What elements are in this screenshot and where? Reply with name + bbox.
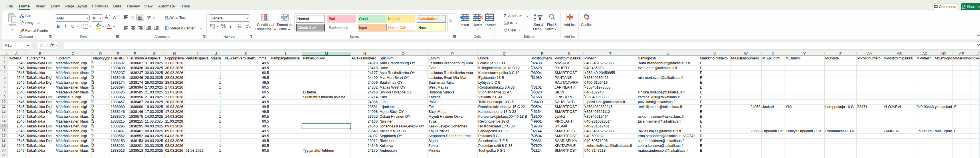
svg-text:ab: ab — [147, 16, 150, 19]
svg-text:.00: .00 — [237, 25, 241, 28]
svg-text:A: A — [534, 13, 536, 17]
svg-text:.0: .0 — [249, 26, 251, 29]
svg-text:c: c — [165, 18, 167, 21]
svg-text:Z: Z — [534, 17, 536, 22]
